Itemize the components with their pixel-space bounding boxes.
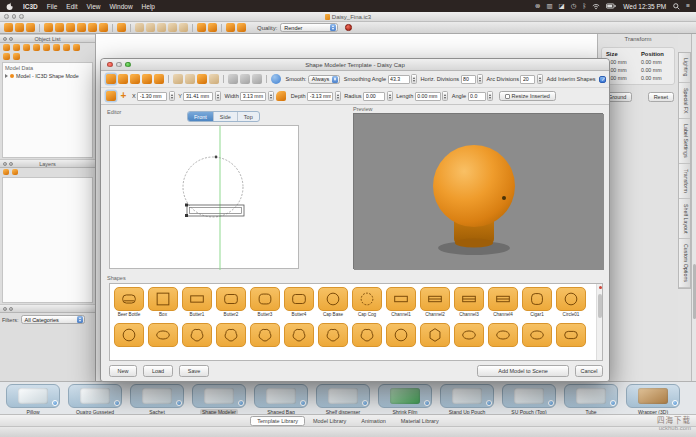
y-input[interactable]: [183, 92, 213, 101]
shape-item-channel1[interactable]: Channel1: [386, 287, 416, 317]
stepper-control[interactable]: [411, 74, 417, 84]
apple-icon[interactable]: [6, 2, 14, 11]
shape-item-cigar1[interactable]: Cigar1: [522, 287, 552, 317]
stepper-control[interactable]: [387, 91, 393, 101]
shape-item[interactable]: [352, 323, 382, 347]
filters-dropdown[interactable]: All Categories: [21, 315, 85, 324]
preview-viewport[interactable]: [353, 113, 603, 269]
panel-collapse-icon[interactable]: [9, 307, 13, 311]
graph-icon[interactable]: ▥: [546, 3, 552, 10]
tab-side[interactable]: Side: [214, 112, 238, 121]
primitive-sphere-icon[interactable]: [33, 44, 40, 51]
menu-file[interactable]: File: [47, 3, 57, 10]
panel-close-icon[interactable]: [3, 162, 7, 166]
length-input[interactable]: [415, 92, 441, 101]
save-button[interactable]: Save: [179, 365, 209, 377]
primitive-cone-icon[interactable]: [43, 44, 50, 51]
panel-controls[interactable]: [3, 37, 13, 41]
template-item-wrapper-3d[interactable]: Wrapper (3D): [626, 384, 680, 414]
remove-layer-icon[interactable]: [12, 169, 18, 175]
shape-item[interactable]: [148, 323, 178, 347]
new-button[interactable]: New: [109, 365, 137, 377]
shapes-scrollbar[interactable]: [596, 284, 602, 360]
export-icon[interactable]: [13, 44, 20, 51]
camera-icon[interactable]: [73, 44, 80, 51]
load-button[interactable]: Load: [143, 365, 173, 377]
shape-item-cap-cog[interactable]: Cap Cog: [352, 287, 382, 317]
smooth-point-icon[interactable]: [271, 74, 281, 84]
dialog-close-button[interactable]: [107, 62, 113, 68]
window-controls[interactable]: [4, 14, 24, 19]
depth-input[interactable]: [307, 92, 333, 101]
model-tree[interactable]: Model Data Model - IC3D Shape Mode: [2, 62, 93, 158]
dialog-title-bar[interactable]: Shape Modeler Template - Daisy Cap: [101, 59, 609, 71]
menu-edit[interactable]: Edit: [66, 3, 77, 10]
stepper-control[interactable]: [477, 74, 483, 84]
star-icon[interactable]: [157, 23, 166, 32]
shape-item-butter4[interactable]: Butter4: [284, 287, 314, 317]
window-close-button[interactable]: [4, 14, 9, 19]
menu-view[interactable]: View: [87, 3, 101, 10]
window-title-bar[interactable]: Daisy_Fina.ic3: [0, 12, 696, 22]
tree-item-model[interactable]: Model - IC3D Shape Mode: [5, 73, 90, 79]
disclosure-triangle-icon[interactable]: [5, 74, 8, 78]
menu-bar-clock[interactable]: Wed 12:35 PM: [623, 3, 666, 10]
pencil-tool-icon[interactable]: [252, 74, 262, 84]
window-zoom-button[interactable]: [19, 14, 24, 19]
cancel-button[interactable]: Cancel: [575, 365, 603, 377]
zoom-out-icon[interactable]: [130, 74, 140, 84]
shape-item[interactable]: [216, 323, 246, 347]
panel-tab-special-fx[interactable]: Special FX: [679, 83, 690, 120]
zoom-icon[interactable]: [55, 23, 64, 32]
shape-item[interactable]: [318, 323, 348, 347]
panel-close-icon[interactable]: [3, 37, 7, 41]
template-item-su-pouch-top[interactable]: SU Pouch (Top): [502, 384, 556, 414]
crop-icon[interactable]: [117, 23, 126, 32]
select-icon[interactable]: [106, 74, 116, 84]
snap-grid-icon[interactable]: [106, 91, 116, 101]
shape-item[interactable]: [488, 323, 518, 347]
shape-item[interactable]: [420, 323, 450, 347]
horiz-divisions-input[interactable]: [461, 75, 476, 84]
shape-item[interactable]: [182, 323, 212, 347]
panel-tab-label-settings[interactable]: Label Settings: [679, 119, 690, 164]
shape-item-box[interactable]: Box: [148, 287, 178, 317]
layers-panel-controls[interactable]: [3, 162, 13, 166]
eyedropper-icon[interactable]: [77, 23, 86, 32]
bluetooth-icon[interactable]: ᛒ: [582, 3, 586, 10]
reset-button[interactable]: Reset: [648, 92, 674, 102]
text-icon[interactable]: [168, 23, 177, 32]
dialog-minimize-button[interactable]: [116, 62, 122, 68]
shape-item-beer-bottle[interactable]: Beer Bottle: [114, 287, 144, 317]
new-document-icon[interactable]: [4, 23, 13, 32]
undo-icon[interactable]: [173, 74, 183, 84]
shape-item-cap-base[interactable]: Cap Base: [318, 287, 348, 317]
window-minimize-button[interactable]: [12, 14, 17, 19]
shape-item[interactable]: [454, 323, 484, 347]
template-item-pillow[interactable]: Pillow: [6, 384, 60, 414]
layers-list[interactable]: [2, 177, 93, 303]
panel-tab-lighting[interactable]: Lighting: [679, 53, 690, 83]
shape-item-butter3[interactable]: Butter3: [250, 287, 280, 317]
layers-header[interactable]: Layers: [0, 159, 95, 168]
primitive-cube-icon[interactable]: [23, 44, 30, 51]
angle-input[interactable]: [468, 92, 486, 101]
shape-item-butter1[interactable]: Butter1: [182, 287, 212, 317]
stepper-control[interactable]: [335, 91, 341, 101]
save-icon[interactable]: [26, 23, 35, 32]
color-meter-icon[interactable]: ◪: [559, 3, 565, 10]
menu-ic3d[interactable]: IC3D: [23, 3, 38, 10]
right-scrollbar[interactable]: [691, 34, 696, 381]
shape-item[interactable]: [556, 323, 586, 347]
profile-editor-canvas[interactable]: [109, 125, 299, 269]
width-input[interactable]: [240, 92, 266, 101]
spotlight-icon[interactable]: [673, 3, 680, 10]
line-tool-icon[interactable]: [228, 74, 238, 84]
dialog-zoom-button[interactable]: [125, 62, 131, 68]
stepper-control[interactable]: [442, 91, 448, 101]
template-item-stand-up-pouch[interactable]: Stand Up Pouch: [440, 384, 494, 414]
arc-divisions-input[interactable]: [520, 75, 535, 84]
box-icon[interactable]: [197, 23, 206, 32]
scrollbar-thumb[interactable]: [693, 264, 696, 319]
primitive-cylinder-icon[interactable]: [53, 44, 60, 51]
